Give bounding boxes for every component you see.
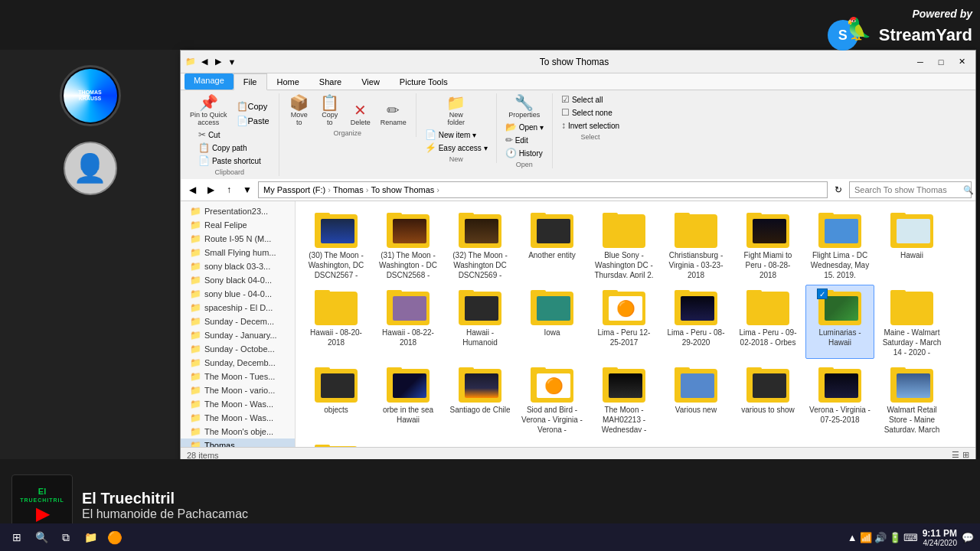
sidebar-item-spaceship[interactable]: 📁 spaceship - El D... [181,301,295,315]
path-part-3[interactable]: To show Thomas [371,185,434,194]
sidebar-item-moon-vario[interactable]: 📁 The Moon - vario... [181,383,295,397]
file-item[interactable]: Iowa [518,285,586,359]
file-item[interactable]: various to show [733,362,802,436]
forward-quick[interactable]: ▶ [212,56,224,68]
delete-button[interactable]: ✕ Delete [347,101,374,128]
sidebar-item-moons-obj[interactable]: 📁 The Moon's obje... [181,425,295,439]
file-item[interactable]: Hawaii - 08-22-2018 [374,285,443,359]
edit-button[interactable]: ✏ Edit [503,134,546,146]
sidebar-item-moon-was1[interactable]: 📁 The Moon - Was... [181,397,295,411]
history-button[interactable]: 🕐 History [503,147,546,159]
file-item[interactable]: 🟠Lima - Peru 12-25-2017 [590,285,658,359]
easy-access-button[interactable]: ⚡ Easy access ▾ [423,142,490,154]
sidebar-item-sunday-decemb[interactable]: 📁 Sunday, Decemb... [181,356,295,370]
close-button[interactable]: ✕ [952,54,972,70]
sidebar-item-sunday-jan[interactable]: 📁 Sunday - January... [181,328,295,342]
dropdown-quick[interactable]: ▼ [226,56,238,68]
sidebar-item-real-felipe[interactable]: 📁 Real Felipe [181,218,295,232]
file-item[interactable]: Christiansburg - Virginia - 03-23-2018 [662,207,730,282]
properties-button[interactable]: 🔧 Properties [505,93,543,120]
vlc-taskbar[interactable]: 🟠 [104,527,126,548]
file-item[interactable]: Hawaii - 08-20-2018 [302,285,371,359]
file-item[interactable]: Walmart Retail Store - Maine Saturday, M… [877,362,946,436]
paste-button[interactable]: 📄 Paste [234,114,273,128]
file-item[interactable]: Maine - Walmart Saturday - March 14 - 20… [877,285,946,359]
tray-expand[interactable]: ▲ [848,532,858,543]
file-item[interactable]: (32) The Moon -Washington DC DSCN2569 - … [446,207,514,282]
path-part-1[interactable]: My Passport (F:) [263,185,325,194]
file-item[interactable]: Flight Lima - DC Wednesday, May 15, 2019… [805,207,874,282]
tab-picture-tools[interactable]: Picture Tools [390,73,458,90]
task-view[interactable]: ⧉ [55,527,77,548]
up-button[interactable]: ↑ [221,182,237,197]
network-icon[interactable]: 📶 [860,532,872,543]
file-item[interactable]: objects [302,362,371,436]
pin-to-quick-button[interactable]: 📌 Pin to Quick access [187,93,230,128]
volume-icon[interactable]: 🔊 [874,532,887,543]
sidebar-item-small-flying[interactable]: 📁 Small Flying hum... [181,246,295,259]
sidebar-item-sony-blue[interactable]: 📁 sony blue - 04-0... [181,287,295,301]
sidebar-item-sunday-dec[interactable]: 📁 Sunday - Decem... [181,315,295,328]
notification-icon[interactable]: 💬 [962,532,974,543]
explorer-taskbar[interactable]: 📁 [80,527,101,548]
search-input[interactable] [854,185,960,194]
file-item[interactable]: Hawaii [877,207,946,282]
back-quick[interactable]: ◀ [198,56,211,68]
tab-file[interactable]: File [234,73,267,90]
file-item[interactable]: Lima - Peru - 09-02-2018 - Orbes [733,285,802,359]
back-button[interactable]: ◀ [185,182,200,197]
tab-share[interactable]: Share [309,73,351,90]
maximize-button[interactable]: □ [931,54,951,70]
file-item[interactable]: Fight Miami to Peru - 08-28-2018 [733,207,802,282]
new-folder-button[interactable]: 📁 Newfolder [443,93,470,128]
address-path[interactable]: My Passport (F:) › Thomas › To show Thom… [258,181,828,198]
start-button[interactable]: ⊞ [6,527,28,548]
sidebar-item-sony-black-04[interactable]: 📁 Sony black 04-0... [181,273,295,287]
copy-to-button[interactable]: 📋 Copyto [316,93,344,128]
file-item[interactable]: (30) The Moon - Washington, DC DSCN2567 … [302,207,371,282]
search-taskbar[interactable]: 🔍 [31,527,52,548]
paste-shortcut-button[interactable]: 📄 Paste shortcut [196,155,263,167]
file-item[interactable]: Another entity [518,207,586,282]
refresh-button[interactable]: ↻ [831,182,846,197]
move-to-button[interactable]: 📦 Moveto [286,93,313,128]
new-item-button[interactable]: 📄 New item ▾ [423,129,490,141]
copy-button[interactable]: 📋 Copy [234,99,273,113]
minimize-button[interactable]: ─ [910,54,930,70]
file-item[interactable]: (31) The Moon - Washington - DC DSCN2568… [374,207,443,282]
sidebar-item-sunday-oct[interactable]: 📁 Sunday - Octobe... [181,342,295,356]
invert-selection-button[interactable]: ↕ Invert selection [559,119,622,132]
file-item[interactable]: Blue Sony - Washington DC - Thursday, Ap… [590,207,658,282]
select-none-button[interactable]: ☐ Select none [559,106,622,119]
taskbar-clock[interactable]: 9:11 PM 4/24/2020 [923,528,957,547]
file-item[interactable]: The Moon - MAH02213 - Wednesday - [590,362,658,436]
path-part-2[interactable]: Thomas [333,185,364,194]
file-item[interactable]: 🟠Siod and Bird - Verona - Virginia - Ver… [518,362,586,436]
file-item[interactable]: ✓Luminarias - Hawaii [805,285,874,359]
file-item[interactable]: Hawaii - Humanoid [446,285,514,359]
sidebar-item-moon-was2[interactable]: 📁 The Moon - Was... [181,411,295,425]
cut-button[interactable]: ✂ Cut [196,129,263,141]
file-item[interactable]: Various new [662,362,730,436]
battery-icon[interactable]: 🔋 [889,532,901,543]
tab-view[interactable]: View [351,73,390,90]
open-button[interactable]: 📂 Open ▾ [503,121,546,133]
sidebar-item-sony-black-03[interactable]: 📁 sony black 03-3... [181,259,295,273]
rename-button[interactable]: ✏ Rename [377,101,410,128]
sidebar-item-thomas[interactable]: 📁 Thomas [181,439,295,447]
tab-home[interactable]: Home [267,73,309,90]
copy-path-button[interactable]: 📋 Copy path [196,142,263,154]
sidebar-item-presentation[interactable]: 📁 Presentation23... [181,204,295,218]
file-item[interactable]: Santiago de Chile [446,362,514,436]
search-box[interactable]: 🔍 [849,181,972,198]
tab-manage[interactable]: Manage [185,73,234,90]
recent-button[interactable]: ▼ [240,182,255,197]
select-all-button[interactable]: ☑ Select all [559,93,622,106]
sidebar-item-moon-tues[interactable]: 📁 The Moon - Tues... [181,370,295,383]
file-item[interactable]: Verona - Virginia - 07-25-2018 [805,362,874,436]
file-item[interactable]: Washington DC - Wednesday - February 13 [302,439,371,447]
keyboard-icon[interactable]: ⌨ [903,532,918,543]
file-item[interactable]: orbe in the sea Hawaii [374,362,443,436]
file-item[interactable]: Lima - Peru - 08-29-2020 [662,285,730,359]
sidebar-item-route[interactable]: 📁 Route I-95 N (M... [181,232,295,246]
